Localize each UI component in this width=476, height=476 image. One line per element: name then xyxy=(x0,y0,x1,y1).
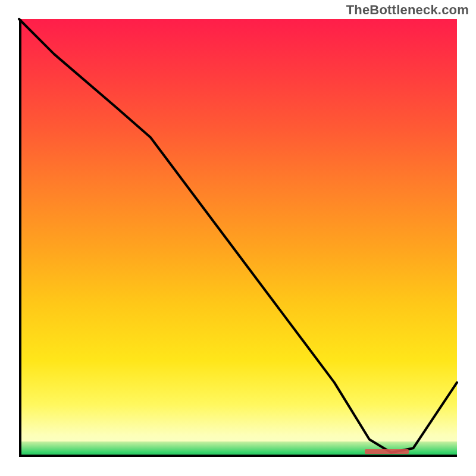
optimal-range-marker xyxy=(365,449,409,454)
watermark-text: TheBottleneck.com xyxy=(346,2,469,18)
plot-area xyxy=(19,19,457,457)
bottleneck-curve xyxy=(19,19,457,453)
chart-container: TheBottleneck.com xyxy=(0,0,476,476)
curve-layer xyxy=(19,19,457,457)
